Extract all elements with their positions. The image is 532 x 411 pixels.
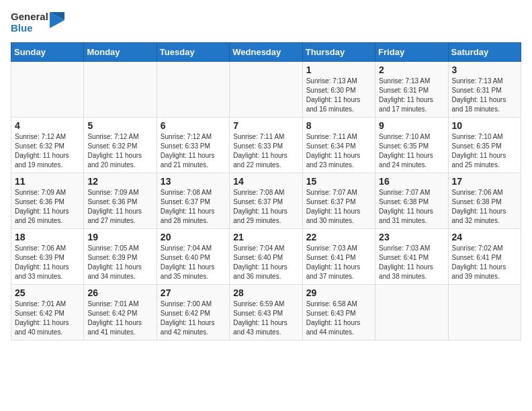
day-number: 21 [233,232,298,242]
calendar-cell: 6Sunrise: 7:12 AM Sunset: 6:33 PM Daylig… [157,117,229,173]
day-number: 7 [233,120,298,131]
calendar-cell: 13Sunrise: 7:08 AM Sunset: 6:37 PM Dayli… [157,173,229,228]
day-info: Sunrise: 6:59 AM Sunset: 6:43 PM Dayligh… [233,300,298,337]
day-number: 12 [87,176,152,187]
calendar-cell: 18Sunrise: 7:06 AM Sunset: 6:39 PM Dayli… [11,228,84,284]
calendar-cell: 22Sunrise: 7:03 AM Sunset: 6:41 PM Dayli… [302,228,375,284]
day-info: Sunrise: 7:05 AM Sunset: 6:39 PM Dayligh… [87,244,152,281]
day-info: Sunrise: 7:11 AM Sunset: 6:34 PM Dayligh… [306,132,371,170]
day-info: Sunrise: 7:03 AM Sunset: 6:41 PM Dayligh… [379,244,444,281]
weekday-header-row: SundayMondayTuesdayWednesdayThursdayFrid… [11,42,521,61]
day-number: 5 [87,120,152,131]
weekday-header-friday: Friday [375,42,448,61]
weekday-header-thursday: Thursday [302,42,375,61]
day-number: 17 [452,176,517,187]
calendar-week-row: 25Sunrise: 7:01 AM Sunset: 6:42 PM Dayli… [11,284,521,340]
day-info: Sunrise: 7:03 AM Sunset: 6:41 PM Dayligh… [306,244,371,281]
day-info: Sunrise: 7:06 AM Sunset: 6:39 PM Dayligh… [15,244,80,281]
day-info: Sunrise: 7:07 AM Sunset: 6:38 PM Dayligh… [379,188,444,226]
calendar-week-row: 1Sunrise: 7:13 AM Sunset: 6:30 PM Daylig… [11,61,521,117]
logo-wordmark: General Blue [11,11,64,34]
day-number: 27 [161,287,226,298]
logo-blue-text: Blue [11,22,48,34]
day-number: 20 [161,232,226,242]
day-info: Sunrise: 7:09 AM Sunset: 6:36 PM Dayligh… [15,188,80,226]
calendar-cell: 25Sunrise: 7:01 AM Sunset: 6:42 PM Dayli… [11,284,84,340]
calendar-cell: 19Sunrise: 7:05 AM Sunset: 6:39 PM Dayli… [84,228,157,284]
calendar-cell: 9Sunrise: 7:10 AM Sunset: 6:35 PM Daylig… [375,117,448,173]
day-number: 6 [161,120,226,131]
calendar-cell: 20Sunrise: 7:04 AM Sunset: 6:40 PM Dayli… [157,228,229,284]
calendar-cell: 10Sunrise: 7:10 AM Sunset: 6:35 PM Dayli… [448,117,521,173]
day-number: 8 [306,120,371,131]
calendar-cell: 8Sunrise: 7:11 AM Sunset: 6:34 PM Daylig… [302,117,375,173]
day-info: Sunrise: 7:11 AM Sunset: 6:33 PM Dayligh… [233,132,298,170]
day-info: Sunrise: 7:01 AM Sunset: 6:42 PM Dayligh… [87,300,152,337]
day-info: Sunrise: 7:06 AM Sunset: 6:38 PM Dayligh… [452,188,517,226]
weekday-header-wednesday: Wednesday [230,42,302,61]
day-info: Sunrise: 7:01 AM Sunset: 6:42 PM Dayligh… [15,300,80,337]
calendar-week-row: 18Sunrise: 7:06 AM Sunset: 6:39 PM Dayli… [11,228,521,284]
day-number: 4 [15,120,80,131]
calendar-week-row: 11Sunrise: 7:09 AM Sunset: 6:36 PM Dayli… [11,173,521,228]
calendar-week-row: 4Sunrise: 7:12 AM Sunset: 6:32 PM Daylig… [11,117,521,173]
calendar-cell: 2Sunrise: 7:13 AM Sunset: 6:31 PM Daylig… [375,61,448,117]
calendar-cell: 15Sunrise: 7:07 AM Sunset: 6:37 PM Dayli… [302,173,375,228]
day-number: 29 [306,287,371,298]
weekday-header-sunday: Sunday [11,42,84,61]
logo-general-text: General [11,11,48,22]
calendar-cell: 23Sunrise: 7:03 AM Sunset: 6:41 PM Dayli… [375,228,448,284]
calendar-cell [84,61,157,117]
logo-triangle-icon [50,12,64,32]
day-info: Sunrise: 7:13 AM Sunset: 6:31 PM Dayligh… [452,77,517,114]
day-number: 25 [15,287,80,298]
day-info: Sunrise: 7:12 AM Sunset: 6:33 PM Dayligh… [161,132,226,170]
calendar-table: SundayMondayTuesdayWednesdayThursdayFrid… [11,42,521,340]
calendar-cell: 12Sunrise: 7:09 AM Sunset: 6:36 PM Dayli… [84,173,157,228]
day-number: 1 [306,64,371,75]
header: General Blue [11,11,521,34]
day-number: 16 [379,176,444,187]
day-number: 19 [87,232,152,242]
calendar-cell: 16Sunrise: 7:07 AM Sunset: 6:38 PM Dayli… [375,173,448,228]
day-number: 24 [452,232,517,242]
calendar-cell [157,61,229,117]
day-info: Sunrise: 7:10 AM Sunset: 6:35 PM Dayligh… [379,132,444,170]
calendar-cell: 24Sunrise: 7:02 AM Sunset: 6:41 PM Dayli… [448,228,521,284]
calendar-cell [230,61,302,117]
day-number: 28 [233,287,298,298]
day-number: 2 [379,64,444,75]
day-info: Sunrise: 7:04 AM Sunset: 6:40 PM Dayligh… [161,244,226,281]
day-info: Sunrise: 7:12 AM Sunset: 6:32 PM Dayligh… [15,132,80,170]
calendar-cell: 4Sunrise: 7:12 AM Sunset: 6:32 PM Daylig… [11,117,84,173]
day-number: 13 [161,176,226,187]
calendar-cell: 17Sunrise: 7:06 AM Sunset: 6:38 PM Dayli… [448,173,521,228]
day-info: Sunrise: 7:13 AM Sunset: 6:31 PM Dayligh… [379,77,444,114]
calendar-cell: 26Sunrise: 7:01 AM Sunset: 6:42 PM Dayli… [84,284,157,340]
day-info: Sunrise: 7:12 AM Sunset: 6:32 PM Dayligh… [87,132,152,170]
calendar-cell: 14Sunrise: 7:08 AM Sunset: 6:37 PM Dayli… [230,173,302,228]
day-number: 10 [452,120,517,131]
day-info: Sunrise: 6:58 AM Sunset: 6:43 PM Dayligh… [306,300,371,337]
calendar-cell: 3Sunrise: 7:13 AM Sunset: 6:31 PM Daylig… [448,61,521,117]
logo: General Blue [11,11,64,34]
day-info: Sunrise: 7:04 AM Sunset: 6:40 PM Dayligh… [233,244,298,281]
day-info: Sunrise: 7:08 AM Sunset: 6:37 PM Dayligh… [161,188,226,226]
day-number: 14 [233,176,298,187]
calendar-cell [11,61,84,117]
calendar-cell: 11Sunrise: 7:09 AM Sunset: 6:36 PM Dayli… [11,173,84,228]
calendar-cell: 28Sunrise: 6:59 AM Sunset: 6:43 PM Dayli… [230,284,302,340]
day-number: 18 [15,232,80,242]
day-info: Sunrise: 7:00 AM Sunset: 6:42 PM Dayligh… [161,300,226,337]
day-info: Sunrise: 7:10 AM Sunset: 6:35 PM Dayligh… [452,132,517,170]
calendar-cell: 5Sunrise: 7:12 AM Sunset: 6:32 PM Daylig… [84,117,157,173]
day-number: 9 [379,120,444,131]
calendar-cell: 7Sunrise: 7:11 AM Sunset: 6:33 PM Daylig… [230,117,302,173]
calendar-cell: 27Sunrise: 7:00 AM Sunset: 6:42 PM Dayli… [157,284,229,340]
day-number: 3 [452,64,517,75]
day-number: 26 [87,287,152,298]
day-info: Sunrise: 7:07 AM Sunset: 6:37 PM Dayligh… [306,188,371,226]
day-info: Sunrise: 7:13 AM Sunset: 6:30 PM Dayligh… [306,77,371,114]
day-number: 15 [306,176,371,187]
calendar-cell: 29Sunrise: 6:58 AM Sunset: 6:43 PM Dayli… [302,284,375,340]
